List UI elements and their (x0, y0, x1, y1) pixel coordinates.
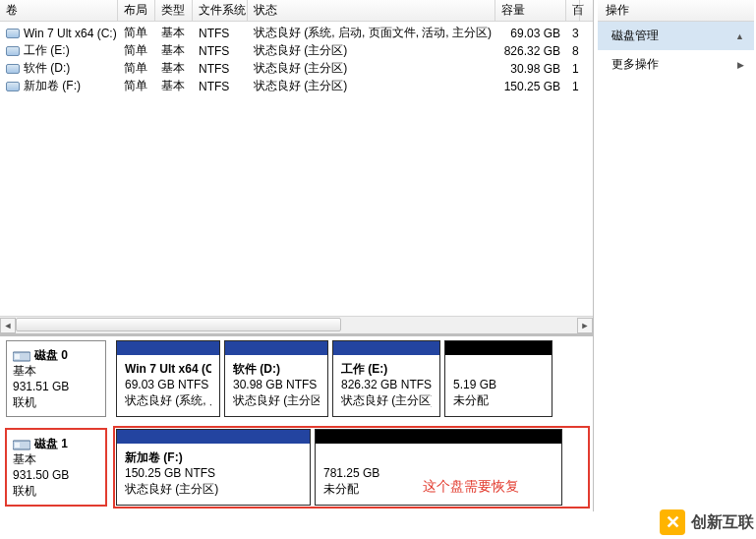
scroll-left-icon[interactable]: ◄ (0, 318, 16, 333)
action-more[interactable]: 更多操作 ▶ (598, 50, 754, 79)
volume-table[interactable]: 卷 布局 类型 文件系统 状态 容量 百 Win 7 Ult x64 (C:)简… (0, 0, 593, 316)
drive-icon (6, 46, 20, 56)
drive-icon (6, 29, 20, 38)
partition-size: 150.25 GB NTFS (125, 465, 302, 481)
table-row[interactable]: 工作 (E:)简单基本NTFS状态良好 (主分区)826.32 GB8 (0, 41, 593, 59)
partition-size: 826.32 GB NTFS (341, 377, 432, 392)
horizontal-scrollbar[interactable]: ◄ ► (0, 316, 593, 333)
volume-name: 新加卷 (F:) (24, 79, 81, 92)
table-row[interactable]: 软件 (D:)简单基本NTFS状态良好 (主分区)30.98 GB1 (0, 59, 593, 77)
volume-layout: 简单 (118, 78, 155, 94)
disk-label[interactable]: 磁盘 1基本931.50 GB联机 (6, 429, 106, 506)
volume-status: 状态良好 (系统, 启动, 页面文件, 活动, 主分区) (248, 25, 495, 41)
table-row[interactable]: 新加卷 (F:)简单基本NTFS状态良好 (主分区)150.25 GB1 (0, 77, 593, 94)
partition[interactable]: 新加卷 (F:)150.25 GB NTFS状态良好 (主分区) (116, 429, 311, 506)
col-layout[interactable]: 布局 (118, 0, 155, 21)
volume-status: 状态良好 (主分区) (248, 60, 495, 77)
brand-logo: ✕ 创新互联 (660, 509, 754, 535)
col-status[interactable]: 状态 (248, 0, 495, 21)
partition-strip (445, 341, 552, 355)
partition-name: 软件 (D:) (233, 361, 320, 377)
partition-strip (117, 341, 219, 355)
volume-layout: 简单 (118, 60, 155, 77)
volume-status: 状态良好 (主分区) (248, 42, 495, 59)
col-volume[interactable]: 卷 (0, 0, 118, 21)
volume-capacity: 826.32 GB (495, 44, 566, 58)
volume-type: 基本 (155, 42, 193, 59)
volume-name: 软件 (D:) (24, 61, 70, 75)
partition-name: 工作 (E:) (341, 361, 432, 377)
actions-pane: 操作 磁盘管理 ▲ 更多操作 ▶ (597, 0, 754, 511)
col-type[interactable]: 类型 (155, 0, 193, 21)
volume-layout: 简单 (118, 25, 155, 41)
action-disk-management[interactable]: 磁盘管理 ▲ (598, 22, 754, 50)
table-row[interactable]: Win 7 Ult x64 (C:)简单基本NTFS状态良好 (系统, 启动, … (0, 24, 593, 41)
partition-status: 状态良好 (主分区) (341, 392, 432, 408)
partition-name: Win 7 Ult x64 (C: (125, 361, 211, 377)
volume-fs: NTFS (193, 27, 248, 40)
volume-status: 状态良好 (主分区) (248, 78, 495, 94)
volume-type: 基本 (155, 60, 193, 77)
partition-size: 30.98 GB NTFS (233, 377, 320, 392)
partition-status: 状态良好 (系统, 启动 (125, 392, 211, 408)
volume-type: 基本 (155, 25, 193, 41)
partition[interactable]: 软件 (D:)30.98 GB NTFS状态良好 (主分区) (224, 340, 328, 417)
svg-rect-3 (15, 443, 20, 448)
action-label: 磁盘管理 (611, 28, 659, 44)
partition-strip (117, 430, 310, 444)
partition-size: 5.19 GB (453, 377, 544, 392)
disk-kind: 基本 (13, 363, 99, 379)
drive-icon (6, 64, 20, 74)
partition-strip (333, 341, 439, 355)
disk-state: 联机 (13, 394, 99, 410)
disk-icon (13, 439, 30, 450)
disk-kind: 基本 (13, 451, 99, 467)
actions-title: 操作 (598, 0, 754, 22)
volume-cut: 8 (566, 44, 580, 58)
volume-table-header: 卷 布局 类型 文件系统 状态 容量 百 (0, 0, 593, 22)
volume-fs: NTFS (193, 44, 248, 58)
col-capacity[interactable]: 容量 (495, 0, 566, 21)
annotation-text: 这个盘需要恢复 (423, 478, 519, 496)
partition[interactable]: 工作 (E:)826.32 GB NTFS状态良好 (主分区) (332, 340, 440, 417)
volume-cut: 3 (566, 27, 580, 40)
scroll-thumb[interactable] (16, 318, 341, 331)
disk-partitions: Win 7 Ult x64 (C:69.03 GB NTFS状态良好 (系统, … (116, 340, 587, 417)
volume-capacity: 30.98 GB (495, 62, 566, 76)
partition-status: 状态良好 (主分区) (125, 481, 302, 497)
col-fs[interactable]: 文件系统 (193, 0, 248, 21)
disk-size: 931.51 GB (13, 379, 99, 394)
disk-row: 磁盘 0基本931.51 GB联机Win 7 Ult x64 (C:69.03 … (6, 340, 587, 417)
drive-icon (6, 82, 20, 91)
volume-layout: 简单 (118, 42, 155, 59)
partition-status: 状态良好 (主分区) (233, 392, 320, 408)
chevron-up-icon: ▲ (735, 31, 744, 41)
action-label: 更多操作 (611, 56, 659, 73)
partition-strip (316, 430, 561, 444)
partition[interactable]: 5.19 GB未分配 (444, 340, 552, 417)
disk-title: 磁盘 0 (34, 348, 68, 362)
disk-icon (13, 350, 30, 362)
disk-state: 联机 (13, 483, 99, 499)
volume-cut: 1 (566, 80, 580, 93)
disk-size: 931.50 GB (13, 467, 99, 483)
partition-size: 69.03 GB NTFS (125, 377, 211, 392)
volume-name: 工作 (E:) (24, 43, 70, 57)
volume-fs: NTFS (193, 80, 248, 93)
volume-capacity: 150.25 GB (495, 80, 566, 93)
col-cut[interactable]: 百 (566, 0, 580, 21)
volume-fs: NTFS (193, 62, 248, 76)
scroll-right-icon[interactable]: ► (577, 318, 593, 333)
volume-capacity: 69.03 GB (495, 27, 566, 40)
disk-label[interactable]: 磁盘 0基本931.51 GB联机 (6, 340, 106, 417)
partition-strip (225, 341, 327, 355)
brand-mark-icon: ✕ (660, 509, 685, 535)
volume-cut: 1 (566, 62, 580, 76)
partition[interactable]: Win 7 Ult x64 (C:69.03 GB NTFS状态良好 (系统, … (116, 340, 220, 417)
disk-title: 磁盘 1 (34, 437, 68, 450)
chevron-right-icon: ▶ (737, 60, 744, 70)
brand-text: 创新互联 (691, 512, 754, 533)
partition-status: 未分配 (453, 392, 544, 408)
partition-name: 新加卷 (F:) (125, 449, 302, 465)
volume-name: Win 7 Ult x64 (C:) (24, 27, 117, 40)
